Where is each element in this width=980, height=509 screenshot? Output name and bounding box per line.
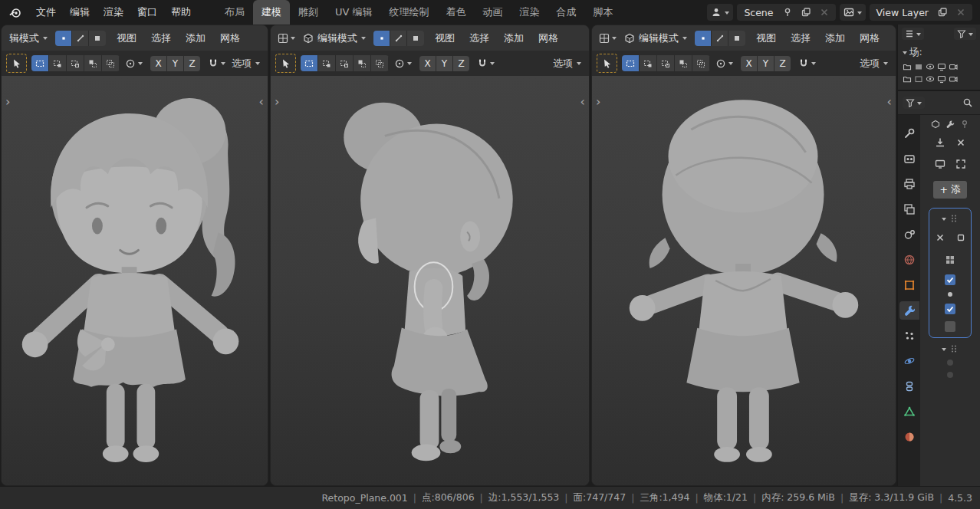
3d-viewport-canvas-front[interactable]: › ‹: [2, 76, 268, 485]
viewport-side[interactable]: 编辑模式 视图 选择 添加 网格: [270, 25, 590, 486]
view-menu[interactable]: 视图: [429, 29, 461, 48]
editor-type-dropdown[interactable]: [275, 31, 298, 45]
proportional-editing-group[interactable]: [712, 58, 736, 69]
scene-collection-row[interactable]: 场:: [902, 44, 976, 61]
disable-in-render-camera-icon[interactable]: [949, 74, 958, 84]
select-intersect-button[interactable]: [371, 55, 389, 71]
workspace-tab-animation[interactable]: 动画: [475, 0, 511, 25]
hide-in-viewport-eye-icon[interactable]: [926, 74, 935, 84]
select-new-button[interactable]: [31, 55, 49, 71]
mode-dropdown[interactable]: 辑模式: [6, 30, 51, 47]
properties-filter-dropdown[interactable]: [903, 97, 925, 109]
select-subtract-button[interactable]: [336, 55, 354, 71]
workspace-tab-compositing[interactable]: 合成: [548, 0, 585, 25]
mirror-y-button[interactable]: Y: [436, 56, 452, 71]
3d-viewport-canvas-side[interactable]: › ‹: [271, 76, 589, 485]
menu-file[interactable]: 文件: [29, 2, 63, 23]
editor-type-dropdown[interactable]: [597, 31, 619, 45]
workspace-tab-modeling[interactable]: 建模: [253, 0, 290, 25]
object-data-properties-tab[interactable]: [899, 402, 919, 421]
tool-properties-tab[interactable]: [899, 124, 919, 143]
view-menu[interactable]: 视图: [110, 29, 143, 48]
radio-dot-icon[interactable]: [948, 292, 952, 297]
workspace-tab-sculpting[interactable]: 雕刻: [290, 0, 327, 25]
display-in-viewport-monitor-icon[interactable]: [932, 156, 948, 172]
sidebar-expand-chevron[interactable]: ‹: [579, 94, 587, 110]
modifier-panel-header[interactable]: [942, 214, 959, 223]
view-menu[interactable]: 视图: [750, 29, 782, 48]
view-layer-browse-dropdown[interactable]: [840, 4, 866, 21]
menu-edit[interactable]: 编辑: [63, 2, 97, 23]
collection-row[interactable]: [902, 61, 976, 73]
object-properties-tab[interactable]: [899, 276, 919, 294]
pin-icon[interactable]: [960, 120, 969, 129]
unlink-scene-icon[interactable]: [817, 5, 832, 20]
mirror-y-button[interactable]: Y: [758, 56, 774, 71]
outliner-filter-dropdown[interactable]: [954, 28, 976, 40]
physics-properties-tab[interactable]: [899, 352, 919, 370]
edge-select-mode-button[interactable]: [72, 31, 89, 46]
world-properties-tab[interactable]: [899, 251, 919, 269]
modifier-properties-tab[interactable]: [899, 301, 919, 320]
hide-in-viewport-eye-icon[interactable]: [926, 62, 935, 71]
select-menu[interactable]: 选择: [145, 29, 177, 48]
collection-expand-caret[interactable]: [903, 51, 907, 57]
menu-help[interactable]: 帮助: [164, 2, 198, 23]
disable-in-render-camera-icon[interactable]: [949, 62, 958, 71]
active-tool-button[interactable]: [597, 54, 617, 73]
collection-row[interactable]: [902, 73, 976, 85]
view-layer-name[interactable]: View Layer: [873, 7, 932, 18]
render-visibility-checkbox[interactable]: [945, 304, 955, 314]
snap-group[interactable]: [205, 58, 229, 69]
snap-group[interactable]: [474, 58, 498, 69]
fullscreen-expand-icon[interactable]: [953, 156, 968, 172]
select-subtract-button[interactable]: [67, 55, 84, 71]
particle-properties-tab[interactable]: [899, 327, 919, 345]
view-layer-properties-tab[interactable]: [899, 200, 919, 218]
workspace-tab-rendering[interactable]: 渲染: [511, 0, 548, 25]
face-select-mode-button[interactable]: [89, 31, 106, 46]
search-icon[interactable]: [960, 95, 975, 110]
mirror-z-button[interactable]: Z: [184, 56, 200, 71]
options-dropdown[interactable]: 选项: [232, 57, 263, 71]
select-extend-button[interactable]: [318, 55, 336, 71]
options-dropdown[interactable]: 选项: [553, 57, 584, 71]
active-tool-button[interactable]: [6, 54, 27, 73]
panel-collapse-caret[interactable]: [942, 348, 946, 353]
select-extend-button[interactable]: [49, 55, 67, 71]
drag-handle-icon[interactable]: [949, 344, 959, 353]
second-panel-header[interactable]: [942, 344, 959, 353]
select-invert-button[interactable]: [675, 55, 692, 71]
add-menu[interactable]: 添加: [498, 29, 530, 48]
snap-group[interactable]: [795, 58, 819, 69]
toolbar-expand-chevron[interactable]: ›: [4, 94, 12, 110]
workspace-tab-shading[interactable]: 着色: [438, 0, 475, 25]
select-extend-button[interactable]: [640, 55, 657, 71]
close-icon[interactable]: [953, 135, 968, 150]
face-select-mode-button[interactable]: [728, 31, 745, 46]
remove-view-layer-icon[interactable]: [953, 5, 968, 20]
disable-in-viewport-monitor-icon[interactable]: [937, 62, 946, 71]
scene-browse-dropdown[interactable]: [707, 4, 733, 21]
viewport-front[interactable]: 辑模式 视图 选择 添加 网格: [1, 25, 268, 486]
select-intersect-button[interactable]: [102, 55, 120, 71]
outliner-display-mode-dropdown[interactable]: [902, 28, 924, 40]
workspace-tab-texture-paint[interactable]: 纹理绘制: [381, 0, 438, 25]
scene-properties-tab[interactable]: [899, 225, 919, 244]
mesh-menu[interactable]: 网格: [853, 29, 886, 48]
viewport-back[interactable]: 编辑模式 视图 选择 添加 网格: [591, 25, 896, 486]
new-view-layer-icon[interactable]: [935, 5, 950, 20]
select-subtract-button[interactable]: [657, 55, 675, 71]
scene-name[interactable]: Scene: [741, 7, 776, 18]
new-scene-icon[interactable]: [798, 5, 814, 20]
disabled-toggle[interactable]: [945, 321, 955, 332]
mirror-x-button[interactable]: X: [419, 56, 436, 71]
edge-select-mode-button[interactable]: [712, 31, 728, 46]
face-select-mode-button[interactable]: [407, 31, 424, 46]
mirror-x-button[interactable]: X: [741, 56, 757, 71]
modifier-extras-icon[interactable]: [953, 230, 968, 245]
sidebar-expand-chevron[interactable]: ‹: [886, 94, 893, 110]
output-properties-tab[interactable]: [899, 175, 919, 193]
active-tool-button[interactable]: [275, 54, 296, 73]
mesh-menu[interactable]: 网格: [214, 29, 246, 48]
